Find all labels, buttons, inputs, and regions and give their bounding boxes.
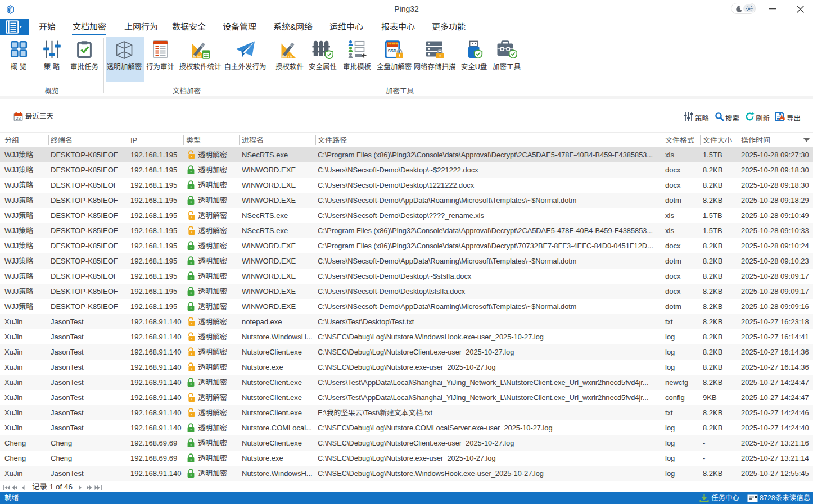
- svg-text:23: 23: [16, 116, 21, 121]
- svg-text:SSD: SSD: [387, 48, 396, 53]
